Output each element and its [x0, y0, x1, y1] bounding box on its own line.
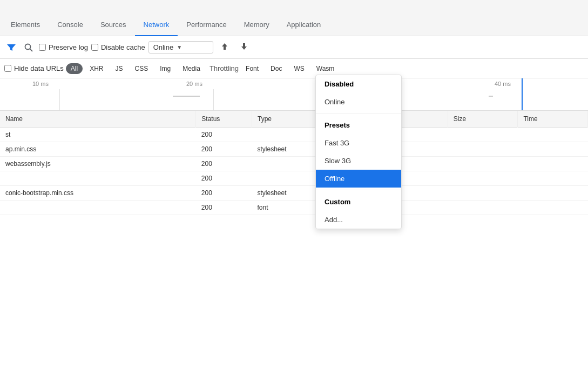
col-size[interactable]: Size: [448, 111, 518, 128]
cell-size: [448, 186, 518, 201]
tab-performance[interactable]: Performance: [178, 15, 235, 36]
cell-name: [0, 171, 196, 186]
hide-data-urls-checkbox[interactable]: [4, 65, 11, 72]
tab-network[interactable]: Network: [135, 15, 178, 36]
cell-size: [448, 128, 518, 142]
cell-size: [448, 201, 518, 215]
preserve-log-checkbox[interactable]: [39, 44, 46, 51]
cell-status: 200: [196, 201, 252, 215]
cell-time: [518, 201, 588, 215]
cell-name: webassembly.js: [0, 157, 196, 171]
throttling-text: Throttling: [209, 64, 239, 72]
timeline-tick-20ms: [213, 89, 214, 110]
cell-status: 200: [196, 128, 252, 142]
filter-css-button[interactable]: CSS: [130, 63, 153, 74]
filter-ws-button[interactable]: WS: [289, 63, 309, 74]
col-time[interactable]: Time: [518, 111, 588, 128]
timeline-cursor: [522, 78, 523, 110]
table-row[interactable]: st 200 Other: [0, 128, 588, 142]
cell-status: 200: [196, 142, 252, 157]
disable-cache-label: Disable cache: [101, 43, 145, 51]
dropdown-section-custom: Custom: [316, 192, 401, 211]
dropdown-item-fast3g[interactable]: Fast 3G: [316, 134, 401, 152]
upload-button[interactable]: [217, 39, 233, 55]
table-wrapper: Name Status Type Initiator Size Time st …: [0, 111, 588, 354]
hide-data-urls-text: Hide data URLs: [14, 64, 64, 72]
dropdown-item-disabled[interactable]: Disabled: [316, 75, 401, 93]
filter-icon-button[interactable]: [4, 41, 18, 55]
svg-line-1: [30, 49, 33, 51]
timeline-label-20ms: 20 ms: [186, 81, 202, 87]
cell-name: st: [0, 128, 196, 142]
timeline: 10 ms 20 ms 40 ms: [0, 78, 588, 111]
online-dropdown-value: Online: [153, 43, 174, 51]
filter-wasm-button[interactable]: Wasm: [312, 63, 340, 74]
tab-application[interactable]: Application: [278, 15, 330, 36]
filter-xhr-button[interactable]: XHR: [85, 63, 108, 74]
cell-name: ap.min.css: [0, 142, 196, 157]
table-row[interactable]: 200 (index): [0, 171, 588, 186]
cell-name: [0, 201, 196, 215]
table-row[interactable]: webassembly.js 200 (index): [0, 157, 588, 171]
svg-marker-3: [241, 43, 247, 50]
col-status[interactable]: Status: [196, 111, 252, 128]
timeline-dash-1: [173, 96, 200, 97]
cell-time: [518, 142, 588, 157]
dropdown-item-offline[interactable]: Offline: [316, 170, 401, 188]
tab-sources[interactable]: Sources: [92, 15, 135, 36]
cell-status: 200: [196, 186, 252, 201]
cell-time: [518, 186, 588, 201]
dropdown-section-presets: Presets: [316, 116, 401, 134]
network-table: Name Status Type Initiator Size Time st …: [0, 111, 588, 215]
filter-all-button[interactable]: All: [66, 63, 83, 74]
svg-marker-2: [222, 43, 227, 50]
cell-time: [518, 171, 588, 186]
filter-js-button[interactable]: JS: [110, 63, 127, 74]
dropdown-item-online[interactable]: Online: [316, 93, 401, 111]
preserve-log-checkbox-label[interactable]: Preserve log: [39, 43, 88, 51]
cell-size: [448, 157, 518, 171]
dropdown-item-slow3g[interactable]: Slow 3G: [316, 152, 401, 170]
timeline-tick-10ms: [59, 89, 60, 110]
table-row[interactable]: ap.min.css 200 stylesheet (index): [0, 142, 588, 157]
online-dropdown[interactable]: Online ▼: [148, 41, 213, 54]
download-button[interactable]: [236, 39, 252, 55]
table-body: st 200 Other ap.min.css 200 stylesheet (…: [0, 128, 588, 215]
filter-font-button[interactable]: Font: [241, 63, 263, 74]
col-name[interactable]: Name: [0, 111, 196, 128]
preserve-log-label: Preserve log: [49, 43, 88, 51]
filter-media-button[interactable]: Media: [178, 63, 205, 74]
table-row[interactable]: 200 font (index): [0, 201, 588, 215]
table-header: Name Status Type Initiator Size Time: [0, 111, 588, 128]
hide-data-urls-label[interactable]: Hide data URLs: [4, 64, 64, 72]
svg-point-0: [25, 44, 31, 49]
cell-size: [448, 171, 518, 186]
disable-cache-checkbox[interactable]: [91, 44, 98, 51]
cell-time: [518, 128, 588, 142]
network-throttling-dropdown: Disabled Online Presets Fast 3G Slow 3G …: [315, 75, 402, 229]
tab-memory[interactable]: Memory: [235, 15, 278, 36]
filter-img-button[interactable]: Img: [155, 63, 175, 74]
cell-time: [518, 157, 588, 171]
timeline-label-40ms: 40 ms: [495, 81, 511, 87]
dropdown-divider-2: [316, 190, 401, 190]
cell-status: 200: [196, 157, 252, 171]
dropdown-divider-1: [316, 113, 401, 113]
search-icon-button[interactable]: [22, 41, 36, 55]
cell-name: conic-bootstrap.min.css: [0, 186, 196, 201]
cell-size: [448, 142, 518, 157]
timeline-dash-3: [489, 96, 493, 97]
tab-elements[interactable]: Elements: [2, 15, 49, 36]
cell-status: 200: [196, 171, 252, 186]
disable-cache-checkbox-label[interactable]: Disable cache: [91, 43, 145, 51]
toolbar: Preserve log Disable cache Online ▼: [0, 36, 588, 59]
table-row[interactable]: conic-bootstrap.min.css 200 stylesheet (…: [0, 186, 588, 201]
filter-doc-button[interactable]: Doc: [266, 63, 287, 74]
chevron-down-icon: ▼: [177, 44, 182, 50]
filter-bar: Hide data URLs All XHR JS CSS Img Media …: [0, 59, 588, 78]
tab-console[interactable]: Console: [49, 15, 92, 36]
tab-bar: Elements Console Sources Network Perform…: [0, 0, 588, 36]
dropdown-item-add[interactable]: Add...: [316, 211, 401, 229]
timeline-label-10ms: 10 ms: [32, 81, 49, 87]
